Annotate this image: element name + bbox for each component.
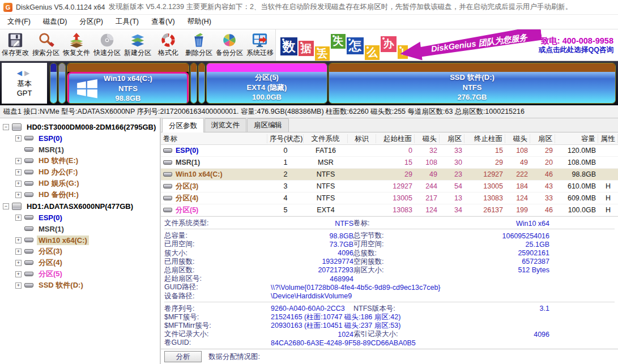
- partition-block-part3[interactable]: [190, 63, 197, 104]
- tree-item-1[interactable]: +ESP(0): [0, 132, 160, 144]
- tree-item-3[interactable]: +HD 软件(E:): [0, 155, 160, 166]
- format-button[interactable]: 格式化: [153, 29, 184, 61]
- table-row-0[interactable]: ESP(0)0FAT16032331510829120.0MB: [161, 145, 618, 157]
- menu-item-view[interactable]: 查看(V): [145, 15, 181, 29]
- tab-2[interactable]: 浏览文件: [204, 118, 246, 132]
- search-partition-button[interactable]: 搜索分区: [31, 29, 61, 61]
- col-header-cap[interactable]: 容量: [555, 134, 598, 143]
- expand-icon[interactable]: +: [15, 169, 22, 175]
- recover-files-button[interactable]: 恢复文件: [61, 29, 92, 61]
- cell-cap: 120.0MB: [555, 147, 598, 155]
- next-disk-arrow-icon[interactable]: ▶: [24, 69, 32, 77]
- expand-icon[interactable]: +: [15, 260, 22, 266]
- tree-item-0[interactable]: −HD0:ST3000DM008-2DM166(2795GB): [0, 121, 160, 132]
- col-header-attr[interactable]: 属性: [598, 134, 618, 143]
- expand-icon[interactable]: +: [15, 271, 22, 277]
- col-header-fs[interactable]: 文件系统: [304, 134, 348, 143]
- partition-nav: ◀▶ 基本 GPT: [2, 63, 47, 104]
- cell-num: 0: [267, 147, 304, 155]
- collapse-icon[interactable]: −: [3, 203, 9, 209]
- tree-item-4[interactable]: +HD 办公(F:): [0, 166, 160, 178]
- main-area: −HD0:ST3000DM008-2DM166(2795GB)+ESP(0)MS…: [0, 118, 618, 364]
- cell-num: 4: [267, 194, 304, 202]
- cell-sh: 124: [415, 206, 440, 214]
- col-header-eh[interactable]: 磁头: [505, 134, 530, 143]
- partition-block-win10-c[interactable]: Win10 x64(C:)NTFS98.8GB: [67, 63, 189, 104]
- partition-block-part5[interactable]: 分区(5)EXT4 (隐藏)100.0GB: [206, 63, 327, 104]
- col-header-flag[interactable]: 标识: [348, 134, 376, 143]
- tree-item-5[interactable]: +HD 娱乐(G:): [0, 178, 160, 189]
- tree-item-6[interactable]: +HD 备份(H:): [0, 189, 160, 200]
- tree-item-label: ESP(0): [37, 134, 64, 143]
- expand-icon[interactable]: +: [15, 249, 22, 255]
- tree-item-2[interactable]: MSR(1): [0, 144, 160, 155]
- table-row-1[interactable]: MSR(1)1MSR1510830294920108.0MB: [161, 157, 618, 169]
- system-migration-button[interactable]: 系统迁移: [245, 29, 275, 61]
- delete-partition-button[interactable]: 删除分区: [184, 29, 214, 61]
- drive-icon: [24, 272, 33, 276]
- tree-item-9[interactable]: MSR(1): [0, 223, 160, 234]
- partition-block-part4[interactable]: [198, 63, 205, 104]
- tree-item-10[interactable]: +Win10 x64(C:): [0, 234, 160, 246]
- cell-sh: 49: [415, 170, 440, 178]
- tab-1[interactable]: 分区参数: [162, 118, 204, 132]
- analyze-button[interactable]: 分析: [164, 351, 202, 362]
- tree-item-label: HD0:ST3000DM008-2DM166(2795GB): [25, 122, 157, 132]
- partition-block-msr[interactable]: [58, 63, 66, 104]
- save-changes-button[interactable]: 保存更改: [0, 29, 31, 61]
- table-row-4[interactable]: 分区(4)4NTFS13005217131308312433609.0MBH: [161, 192, 618, 204]
- drive-icon: [24, 147, 33, 152]
- expand-icon[interactable]: +: [15, 237, 22, 243]
- tab-3[interactable]: 扇区编辑: [247, 118, 289, 132]
- menu-item-partition[interactable]: 分区(P): [73, 15, 109, 29]
- partition-block-ssd-d[interactable]: SSD 软件(D:)NTFS276.7GB: [329, 63, 616, 104]
- col-header-name[interactable]: 卷标: [161, 134, 267, 143]
- partition-block-esp[interactable]: [50, 63, 57, 104]
- tree-item-12[interactable]: +分区(4): [0, 257, 160, 268]
- detail-label: 扇区大小:: [353, 265, 431, 275]
- expand-icon[interactable]: +: [15, 192, 22, 198]
- collapse-icon[interactable]: −: [3, 124, 9, 130]
- tree-item-14[interactable]: +SSD 软件(D:): [0, 280, 160, 291]
- drive-icon: [24, 215, 33, 220]
- detail-label: 卷标:: [353, 219, 431, 228]
- detail-value: 6572387: [431, 258, 549, 265]
- tile-pin-dot: [399, 46, 402, 49]
- menu-item-help[interactable]: 帮助(H): [181, 15, 218, 29]
- table-row-5[interactable]: 分区(5)5EXT413083124342613719946100.0GBH: [161, 204, 618, 216]
- col-header-ec[interactable]: 终止柱面: [464, 134, 505, 143]
- table-row-2[interactable]: Win10 x64(C:)2NTFS294923129272224698.8GB: [161, 169, 618, 181]
- new-partition-button[interactable]: 新建分区: [122, 29, 153, 61]
- tree-item-8[interactable]: +ESP(0): [0, 212, 160, 223]
- menu-item-tools[interactable]: 工具(T): [109, 15, 145, 29]
- col-header-ss[interactable]: 扇区: [440, 134, 464, 143]
- expand-icon[interactable]: +: [15, 215, 22, 221]
- prev-disk-arrow-icon[interactable]: ◀: [17, 69, 24, 77]
- tree-item-7[interactable]: −HD1:ADATASX6000NP(477GB): [0, 200, 160, 212]
- col-header-es[interactable]: 扇区: [530, 134, 555, 143]
- detail-value: 98.8GB: [248, 232, 353, 240]
- app-title: DiskGenius V5.4.0.1124 x64: [16, 3, 105, 11]
- tree-item-13[interactable]: +分区(5): [0, 268, 160, 280]
- tree-item-label: HD 软件(E:): [37, 155, 80, 166]
- promo-banner[interactable]: 数据丢失怎么办！ DiskGenius 团队为您服务 致电: 400-008-9…: [275, 29, 618, 61]
- col-header-sh[interactable]: 磁头: [415, 134, 440, 143]
- cell-sh: 108: [415, 159, 440, 166]
- detail-label: 索引记录大小:: [353, 329, 431, 339]
- menu-item-file[interactable]: 文件(F): [1, 15, 37, 29]
- tree-item-11[interactable]: +分区(3): [0, 246, 160, 257]
- expand-icon[interactable]: +: [15, 181, 22, 187]
- menu-item-disk[interactable]: 磁盘(D): [37, 15, 73, 29]
- qq-consult-link[interactable]: 或点击此处选择QQ咨询: [539, 46, 613, 55]
- table-row-3[interactable]: 分区(3)3NTFS12927244541300518443610.0MBH: [161, 181, 618, 192]
- col-header-num[interactable]: 序号(状态): [267, 134, 304, 143]
- col-header-sc[interactable]: 起始柱面: [376, 134, 415, 143]
- quick-partition-button[interactable]: 快速分区: [92, 29, 122, 61]
- expand-icon[interactable]: +: [15, 135, 22, 142]
- expand-icon[interactable]: +: [15, 282, 22, 289]
- partition-strip: ◀▶ 基本 GPT Win10 x64(C:)NTFS98.8GB分区(5)EX…: [0, 61, 618, 105]
- tile-pin-dot: [282, 38, 284, 41]
- cell-sc: 0: [376, 147, 415, 155]
- backup-partition-button[interactable]: 备份分区: [214, 29, 245, 61]
- expand-icon[interactable]: +: [15, 158, 22, 164]
